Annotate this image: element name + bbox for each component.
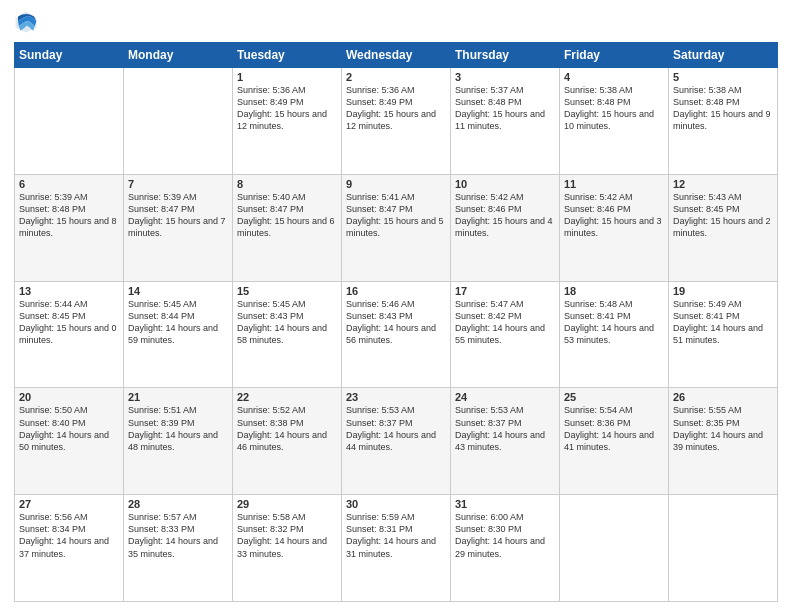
day-info: Sunrise: 5:48 AM Sunset: 8:41 PM Dayligh… — [564, 298, 664, 347]
day-number: 12 — [673, 178, 773, 190]
day-info: Sunrise: 5:45 AM Sunset: 8:44 PM Dayligh… — [128, 298, 228, 347]
day-number: 25 — [564, 391, 664, 403]
day-number: 6 — [19, 178, 119, 190]
calendar-day-cell: 30Sunrise: 5:59 AM Sunset: 8:31 PM Dayli… — [342, 495, 451, 602]
calendar-day-cell: 25Sunrise: 5:54 AM Sunset: 8:36 PM Dayli… — [560, 388, 669, 495]
day-number: 9 — [346, 178, 446, 190]
day-info: Sunrise: 5:42 AM Sunset: 8:46 PM Dayligh… — [455, 191, 555, 240]
day-number: 2 — [346, 71, 446, 83]
calendar-day-cell: 12Sunrise: 5:43 AM Sunset: 8:45 PM Dayli… — [669, 174, 778, 281]
weekday-header: Tuesday — [233, 43, 342, 68]
day-number: 13 — [19, 285, 119, 297]
day-info: Sunrise: 6:00 AM Sunset: 8:30 PM Dayligh… — [455, 511, 555, 560]
day-number: 3 — [455, 71, 555, 83]
calendar-day-cell: 16Sunrise: 5:46 AM Sunset: 8:43 PM Dayli… — [342, 281, 451, 388]
day-number: 16 — [346, 285, 446, 297]
day-info: Sunrise: 5:45 AM Sunset: 8:43 PM Dayligh… — [237, 298, 337, 347]
calendar-day-cell: 26Sunrise: 5:55 AM Sunset: 8:35 PM Dayli… — [669, 388, 778, 495]
day-number: 21 — [128, 391, 228, 403]
day-info: Sunrise: 5:40 AM Sunset: 8:47 PM Dayligh… — [237, 191, 337, 240]
day-number: 11 — [564, 178, 664, 190]
calendar-day-cell: 19Sunrise: 5:49 AM Sunset: 8:41 PM Dayli… — [669, 281, 778, 388]
calendar-day-cell — [15, 68, 124, 175]
day-info: Sunrise: 5:46 AM Sunset: 8:43 PM Dayligh… — [346, 298, 446, 347]
calendar-day-cell: 8Sunrise: 5:40 AM Sunset: 8:47 PM Daylig… — [233, 174, 342, 281]
day-info: Sunrise: 5:38 AM Sunset: 8:48 PM Dayligh… — [673, 84, 773, 133]
day-number: 28 — [128, 498, 228, 510]
calendar-day-cell: 18Sunrise: 5:48 AM Sunset: 8:41 PM Dayli… — [560, 281, 669, 388]
day-info: Sunrise: 5:44 AM Sunset: 8:45 PM Dayligh… — [19, 298, 119, 347]
day-info: Sunrise: 5:37 AM Sunset: 8:48 PM Dayligh… — [455, 84, 555, 133]
day-info: Sunrise: 5:57 AM Sunset: 8:33 PM Dayligh… — [128, 511, 228, 560]
day-info: Sunrise: 5:39 AM Sunset: 8:47 PM Dayligh… — [128, 191, 228, 240]
calendar-day-cell: 17Sunrise: 5:47 AM Sunset: 8:42 PM Dayli… — [451, 281, 560, 388]
day-info: Sunrise: 5:56 AM Sunset: 8:34 PM Dayligh… — [19, 511, 119, 560]
calendar-day-cell: 10Sunrise: 5:42 AM Sunset: 8:46 PM Dayli… — [451, 174, 560, 281]
calendar-day-cell: 23Sunrise: 5:53 AM Sunset: 8:37 PM Dayli… — [342, 388, 451, 495]
day-info: Sunrise: 5:53 AM Sunset: 8:37 PM Dayligh… — [346, 404, 446, 453]
calendar-week-row: 13Sunrise: 5:44 AM Sunset: 8:45 PM Dayli… — [15, 281, 778, 388]
calendar-day-cell: 28Sunrise: 5:57 AM Sunset: 8:33 PM Dayli… — [124, 495, 233, 602]
day-number: 24 — [455, 391, 555, 403]
day-number: 7 — [128, 178, 228, 190]
calendar-day-cell: 4Sunrise: 5:38 AM Sunset: 8:48 PM Daylig… — [560, 68, 669, 175]
day-number: 18 — [564, 285, 664, 297]
day-number: 20 — [19, 391, 119, 403]
page: SundayMondayTuesdayWednesdayThursdayFrid… — [0, 0, 792, 612]
day-info: Sunrise: 5:54 AM Sunset: 8:36 PM Dayligh… — [564, 404, 664, 453]
calendar-day-cell: 5Sunrise: 5:38 AM Sunset: 8:48 PM Daylig… — [669, 68, 778, 175]
weekday-header: Sunday — [15, 43, 124, 68]
day-info: Sunrise: 5:36 AM Sunset: 8:49 PM Dayligh… — [237, 84, 337, 133]
calendar-day-cell: 20Sunrise: 5:50 AM Sunset: 8:40 PM Dayli… — [15, 388, 124, 495]
weekday-header: Friday — [560, 43, 669, 68]
calendar-week-row: 1Sunrise: 5:36 AM Sunset: 8:49 PM Daylig… — [15, 68, 778, 175]
calendar-day-cell: 11Sunrise: 5:42 AM Sunset: 8:46 PM Dayli… — [560, 174, 669, 281]
calendar-day-cell: 15Sunrise: 5:45 AM Sunset: 8:43 PM Dayli… — [233, 281, 342, 388]
day-number: 30 — [346, 498, 446, 510]
calendar-day-cell: 6Sunrise: 5:39 AM Sunset: 8:48 PM Daylig… — [15, 174, 124, 281]
day-info: Sunrise: 5:39 AM Sunset: 8:48 PM Dayligh… — [19, 191, 119, 240]
weekday-header: Saturday — [669, 43, 778, 68]
day-number: 27 — [19, 498, 119, 510]
calendar-table: SundayMondayTuesdayWednesdayThursdayFrid… — [14, 42, 778, 602]
day-number: 26 — [673, 391, 773, 403]
day-info: Sunrise: 5:59 AM Sunset: 8:31 PM Dayligh… — [346, 511, 446, 560]
weekday-header: Monday — [124, 43, 233, 68]
day-info: Sunrise: 5:52 AM Sunset: 8:38 PM Dayligh… — [237, 404, 337, 453]
calendar-day-cell: 1Sunrise: 5:36 AM Sunset: 8:49 PM Daylig… — [233, 68, 342, 175]
calendar-week-row: 20Sunrise: 5:50 AM Sunset: 8:40 PM Dayli… — [15, 388, 778, 495]
logo — [14, 10, 42, 34]
calendar-day-cell: 13Sunrise: 5:44 AM Sunset: 8:45 PM Dayli… — [15, 281, 124, 388]
day-number: 1 — [237, 71, 337, 83]
calendar-header-row: SundayMondayTuesdayWednesdayThursdayFrid… — [15, 43, 778, 68]
day-info: Sunrise: 5:51 AM Sunset: 8:39 PM Dayligh… — [128, 404, 228, 453]
calendar-week-row: 6Sunrise: 5:39 AM Sunset: 8:48 PM Daylig… — [15, 174, 778, 281]
day-number: 8 — [237, 178, 337, 190]
calendar-day-cell — [669, 495, 778, 602]
day-number: 19 — [673, 285, 773, 297]
calendar-day-cell: 9Sunrise: 5:41 AM Sunset: 8:47 PM Daylig… — [342, 174, 451, 281]
calendar-day-cell: 29Sunrise: 5:58 AM Sunset: 8:32 PM Dayli… — [233, 495, 342, 602]
calendar-day-cell: 3Sunrise: 5:37 AM Sunset: 8:48 PM Daylig… — [451, 68, 560, 175]
day-info: Sunrise: 5:42 AM Sunset: 8:46 PM Dayligh… — [564, 191, 664, 240]
calendar-day-cell: 22Sunrise: 5:52 AM Sunset: 8:38 PM Dayli… — [233, 388, 342, 495]
calendar-day-cell: 2Sunrise: 5:36 AM Sunset: 8:49 PM Daylig… — [342, 68, 451, 175]
weekday-header: Wednesday — [342, 43, 451, 68]
day-number: 5 — [673, 71, 773, 83]
day-info: Sunrise: 5:38 AM Sunset: 8:48 PM Dayligh… — [564, 84, 664, 133]
calendar-day-cell: 27Sunrise: 5:56 AM Sunset: 8:34 PM Dayli… — [15, 495, 124, 602]
calendar-day-cell — [560, 495, 669, 602]
day-info: Sunrise: 5:43 AM Sunset: 8:45 PM Dayligh… — [673, 191, 773, 240]
day-number: 4 — [564, 71, 664, 83]
calendar-day-cell: 7Sunrise: 5:39 AM Sunset: 8:47 PM Daylig… — [124, 174, 233, 281]
calendar-week-row: 27Sunrise: 5:56 AM Sunset: 8:34 PM Dayli… — [15, 495, 778, 602]
calendar-day-cell: 31Sunrise: 6:00 AM Sunset: 8:30 PM Dayli… — [451, 495, 560, 602]
calendar-day-cell — [124, 68, 233, 175]
day-number: 31 — [455, 498, 555, 510]
day-number: 23 — [346, 391, 446, 403]
day-info: Sunrise: 5:47 AM Sunset: 8:42 PM Dayligh… — [455, 298, 555, 347]
day-info: Sunrise: 5:55 AM Sunset: 8:35 PM Dayligh… — [673, 404, 773, 453]
day-number: 22 — [237, 391, 337, 403]
logo-icon — [14, 10, 38, 34]
day-number: 29 — [237, 498, 337, 510]
